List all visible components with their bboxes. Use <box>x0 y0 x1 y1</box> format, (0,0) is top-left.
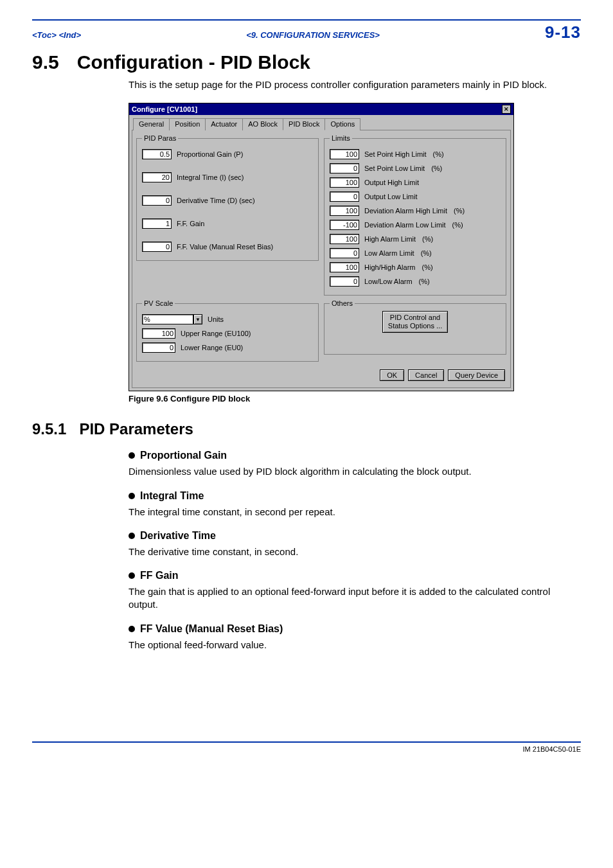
units-select[interactable]: ▼ <box>142 314 202 324</box>
section-heading: 9.5 Configuration - PID Block <box>32 51 581 73</box>
bullet-heading: Proportional Gain <box>140 450 227 461</box>
ff-gain-label: F.F. Gain <box>177 220 204 227</box>
ll-alarm-input[interactable] <box>330 276 359 287</box>
proportional-gain-input[interactable] <box>142 149 172 159</box>
pv-scale-legend: PV Scale <box>142 299 175 307</box>
bullet-block-4: FF Value (Manual Reset Bias) The optiona… <box>129 623 581 651</box>
derivative-time-input[interactable] <box>142 195 172 206</box>
low-alarm-unit: (%) <box>421 249 432 257</box>
dialog-tabs: General Position Actuator AO Block PID B… <box>129 115 513 130</box>
tab-position[interactable]: Position <box>169 118 206 130</box>
dev-high-input[interactable] <box>330 206 359 216</box>
dev-low-input[interactable] <box>330 220 359 230</box>
upper-range-input[interactable] <box>142 328 175 339</box>
bullet-text: The gain that is applied to an optional … <box>129 585 581 612</box>
lower-range-label: Lower Range (EU0) <box>181 344 243 351</box>
dialog-titlebar: Configure [CV1001] ✕ <box>129 103 513 115</box>
sp-high-input[interactable] <box>330 149 359 159</box>
ok-button[interactable]: OK <box>380 369 404 381</box>
tab-ao-block[interactable]: AO Block <box>242 118 283 130</box>
dev-high-label: Deviation Alarm High Limit <box>364 207 447 215</box>
footer-rule <box>32 741 581 743</box>
dev-high-unit: (%) <box>454 207 465 215</box>
integral-time-label: Integral Time (I) (sec) <box>177 173 244 181</box>
limits-group: Limits Set Point High Limit(%) Set Point… <box>324 134 506 296</box>
high-alarm-unit: (%) <box>422 235 433 243</box>
sp-high-unit: (%) <box>433 150 444 158</box>
dialog-title: Configure [CV1001] <box>132 105 197 113</box>
tab-general[interactable]: General <box>133 118 170 130</box>
figure-caption: Figure 9.6 Configure PID block <box>129 394 581 403</box>
dialog-button-row: OK Cancel Query Device <box>136 366 506 384</box>
bullet-block-3: FF Gain The gain that is applied to an o… <box>129 570 581 612</box>
sp-high-label: Set Point High Limit <box>364 150 427 158</box>
bullet-text: The integral time constant, in second pe… <box>129 506 581 518</box>
tab-pid-block[interactable]: PID Block <box>283 118 325 130</box>
section-number: 9.5 <box>32 51 59 73</box>
ll-alarm-unit: (%) <box>419 278 430 285</box>
dev-low-label: Deviation Alarm Low Limit <box>364 221 446 229</box>
out-low-input[interactable] <box>330 191 359 202</box>
integral-time-input[interactable] <box>142 172 172 182</box>
hh-alarm-label: High/High Alarm <box>364 263 415 271</box>
pv-scale-group: PV Scale ▼ Units Upper Range (EU100) Low… <box>136 299 319 362</box>
pid-control-status-l1: PID Control and <box>390 314 440 321</box>
bullet-icon <box>129 452 135 459</box>
ff-value-input[interactable] <box>142 242 172 252</box>
ff-gain-input[interactable] <box>142 218 172 229</box>
tab-options[interactable]: Options <box>324 118 360 130</box>
pid-paras-group: PID Paras Proportional Gain (P) Integral… <box>136 134 319 261</box>
pid-control-status-button[interactable]: PID Control and Status Options ... <box>382 311 448 332</box>
bullet-heading: Integral Time <box>140 490 204 502</box>
chevron-down-icon[interactable]: ▼ <box>193 314 202 324</box>
bullet-icon <box>129 626 135 632</box>
high-alarm-input[interactable] <box>330 234 359 244</box>
bullet-icon <box>129 533 135 539</box>
high-alarm-label: High Alarm Limit <box>364 235 416 243</box>
out-low-label: Output Low Limit <box>364 193 418 200</box>
hh-alarm-input[interactable] <box>330 262 359 272</box>
bullet-text: Dimensionless value used by PID block al… <box>129 465 581 478</box>
bullet-block-2: Derivative Time The derivative time cons… <box>129 530 581 558</box>
low-alarm-input[interactable] <box>330 248 359 258</box>
subsection-number: 9.5.1 <box>32 420 66 438</box>
bullet-heading: FF Value (Manual Reset Bias) <box>140 623 283 635</box>
bullet-text: The derivative time constant, in second. <box>129 545 581 558</box>
sp-low-label: Set Point Low Limit <box>364 164 425 172</box>
upper-range-label: Upper Range (EU100) <box>181 330 251 337</box>
others-group: Others PID Control and Status Options ..… <box>324 299 506 355</box>
header-left: <Toc> <Ind> <box>32 30 81 40</box>
footer-text: IM 21B04C50-01E <box>32 745 581 753</box>
cancel-button[interactable]: Cancel <box>408 369 444 381</box>
bullet-block-1: Integral Time The integral time constant… <box>129 490 581 518</box>
figure-wrap: Configure [CV1001] ✕ General Position Ac… <box>129 103 581 403</box>
section-intro: This is the setup page for the PID proce… <box>129 78 581 91</box>
bullet-block-0: Proportional Gain Dimensionless value us… <box>129 450 581 478</box>
bullet-text: The optional feed-forward value. <box>129 639 581 651</box>
sp-low-input[interactable] <box>330 163 359 173</box>
ll-alarm-label: Low/Low Alarm <box>364 278 413 285</box>
others-legend: Others <box>330 299 355 307</box>
low-alarm-label: Low Alarm Limit <box>364 249 414 257</box>
bullet-icon <box>129 493 135 499</box>
pid-control-status-l2: Status Options ... <box>388 322 442 330</box>
proportional-gain-label: Proportional Gain (P) <box>177 150 243 158</box>
out-high-input[interactable] <box>330 177 359 188</box>
limits-legend: Limits <box>330 134 352 142</box>
dev-low-unit: (%) <box>452 221 463 229</box>
query-device-button[interactable]: Query Device <box>448 369 505 381</box>
section-title: Configuration - PID Block <box>77 51 310 73</box>
bullet-heading: FF Gain <box>140 570 179 581</box>
units-value[interactable] <box>142 314 193 324</box>
hh-alarm-unit: (%) <box>422 263 432 271</box>
header-rule <box>32 19 581 21</box>
page-header: <Toc> <Ind> <9. CONFIGURATION SERVICES> … <box>32 22 581 42</box>
subsection-title: PID Parameters <box>79 420 193 438</box>
tab-actuator[interactable]: Actuator <box>205 118 243 130</box>
ff-value-label: F.F. Value (Manual Reset Bias) <box>177 243 273 251</box>
lower-range-input[interactable] <box>142 342 175 353</box>
subsection-heading: 9.5.1 PID Parameters <box>32 420 581 438</box>
header-center: <9. CONFIGURATION SERVICES> <box>246 30 380 40</box>
close-icon[interactable]: ✕ <box>502 105 511 114</box>
pid-paras-legend: PID Paras <box>142 134 178 142</box>
